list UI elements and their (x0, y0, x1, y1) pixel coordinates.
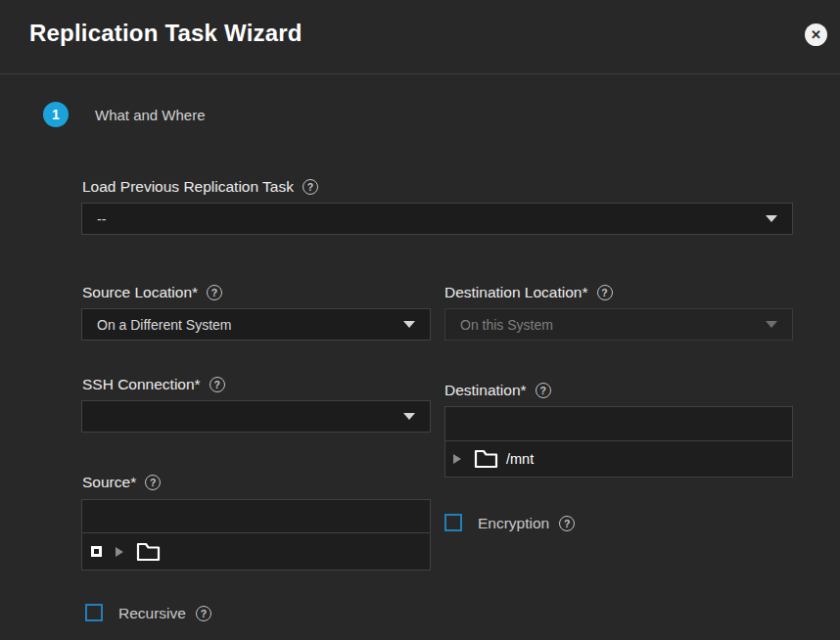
source-location-select[interactable]: On a Different System (81, 308, 431, 341)
tree-node-label: /mnt (506, 451, 534, 467)
destination-tree-root-row[interactable]: /mnt (444, 440, 793, 478)
destination-label-text: Destination* (444, 382, 527, 399)
help-icon[interactable]: ? (559, 516, 575, 531)
replication-wizard-dialog: Replication Task Wizard ✕ 1 What and Whe… (0, 0, 840, 640)
encryption-checkbox[interactable] (444, 514, 462, 531)
ssh-connection-select[interactable] (81, 400, 431, 433)
destination-path-input[interactable] (444, 406, 793, 441)
expand-arrow-icon[interactable] (453, 454, 461, 464)
source-path-input[interactable] (81, 499, 431, 533)
destination-location-value: On this System (460, 317, 553, 333)
folder-icon (136, 542, 161, 562)
chevron-down-icon (403, 321, 415, 328)
help-icon[interactable]: ? (207, 285, 222, 300)
help-icon[interactable]: ? (210, 377, 225, 392)
source-location-label-text: Source Location* (82, 284, 198, 301)
help-icon[interactable]: ? (536, 383, 551, 398)
chevron-down-icon (766, 321, 777, 328)
load-previous-label: Load Previous Replication Task ? (82, 178, 318, 196)
destination-location-label: Destination Location* ? (444, 284, 613, 301)
dialog-header: Replication Task Wizard ✕ (0, 0, 840, 74)
close-button[interactable]: ✕ (805, 23, 827, 46)
load-previous-label-text: Load Previous Replication Task (82, 178, 294, 196)
help-icon[interactable]: ? (196, 606, 211, 621)
close-icon: ✕ (811, 28, 821, 41)
destination-location-select: On this System (444, 308, 793, 341)
step-1-indicator[interactable]: 1 (43, 102, 69, 127)
expand-arrow-icon[interactable] (116, 547, 123, 557)
recursive-label-text: Recursive (118, 605, 186, 622)
ssh-connection-label: SSH Connection* ? (82, 376, 225, 393)
recursive-checkbox[interactable] (85, 604, 103, 621)
step-1-label: What and Where (95, 107, 206, 123)
folder-icon (474, 449, 498, 469)
source-tree-root-row[interactable] (81, 532, 431, 571)
step-number: 1 (52, 107, 60, 122)
help-icon[interactable]: ? (597, 285, 613, 300)
help-icon[interactable]: ? (303, 179, 318, 195)
chevron-down-icon (403, 413, 415, 420)
load-previous-select[interactable]: -- (81, 203, 793, 235)
destination-label: Destination* ? (444, 382, 551, 399)
source-location-value: On a Different System (97, 317, 231, 333)
chevron-down-icon (766, 215, 777, 222)
page-title: Replication Task Wizard (29, 20, 303, 47)
ssh-connection-label-text: SSH Connection* (82, 376, 201, 393)
source-location-label: Source Location* ? (82, 284, 222, 301)
recursive-label: Recursive ? (118, 605, 211, 622)
encryption-label-text: Encryption (478, 515, 549, 532)
destination-location-label-text: Destination Location* (444, 284, 588, 301)
source-label: Source* ? (82, 474, 161, 491)
tree-node-checkbox[interactable] (91, 546, 102, 557)
load-previous-value: -- (97, 211, 106, 227)
encryption-label: Encryption ? (478, 515, 575, 532)
source-label-text: Source* (82, 474, 136, 491)
help-icon[interactable]: ? (145, 475, 161, 490)
